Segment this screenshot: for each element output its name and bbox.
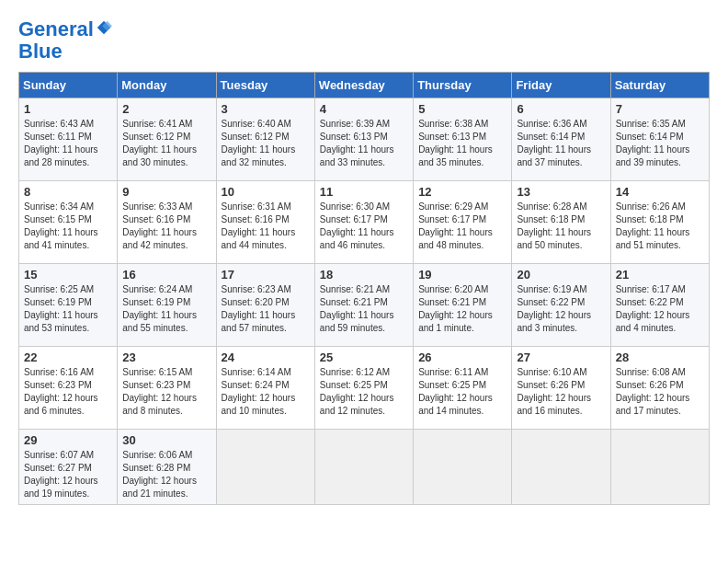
day-number: 23 <box>122 350 210 364</box>
day-number: 11 <box>320 185 408 199</box>
day-number: 18 <box>320 268 408 282</box>
day-info: Sunrise: 6:08 AMSunset: 6:26 PMDaylight:… <box>616 366 704 418</box>
day-info: Sunrise: 6:07 AMSunset: 6:27 PMDaylight:… <box>24 449 112 500</box>
day-info: Sunrise: 6:35 AMSunset: 6:14 PMDaylight:… <box>616 118 704 169</box>
day-number: 28 <box>616 350 704 364</box>
day-number: 7 <box>616 102 704 116</box>
calendar-day-cell: 29Sunrise: 6:07 AMSunset: 6:27 PMDayligh… <box>19 430 118 505</box>
calendar-day-cell: 27Sunrise: 6:10 AMSunset: 6:26 PMDayligh… <box>512 347 610 430</box>
calendar-day-cell: 11Sunrise: 6:30 AMSunset: 6:17 PMDayligh… <box>314 181 413 264</box>
calendar-header: SundayMondayTuesdayWednesdayThursdayFrid… <box>19 73 710 98</box>
day-number: 5 <box>418 102 506 116</box>
calendar-day-cell: 15Sunrise: 6:25 AMSunset: 6:19 PMDayligh… <box>19 264 118 347</box>
calendar-day-cell: 12Sunrise: 6:29 AMSunset: 6:17 PMDayligh… <box>414 181 512 264</box>
calendar-day-cell: 28Sunrise: 6:08 AMSunset: 6:26 PMDayligh… <box>610 347 709 430</box>
day-number: 27 <box>517 350 605 364</box>
calendar-day-cell: 23Sunrise: 6:15 AMSunset: 6:23 PMDayligh… <box>118 347 216 430</box>
day-info: Sunrise: 6:39 AMSunset: 6:13 PMDaylight:… <box>320 118 408 169</box>
day-number: 14 <box>616 185 704 199</box>
day-info: Sunrise: 6:26 AMSunset: 6:18 PMDaylight:… <box>616 201 704 252</box>
day-info: Sunrise: 6:21 AMSunset: 6:21 PMDaylight:… <box>320 283 408 335</box>
day-info: Sunrise: 6:43 AMSunset: 6:11 PMDaylight:… <box>24 118 112 169</box>
day-number: 22 <box>24 350 112 364</box>
day-number: 12 <box>418 185 506 199</box>
weekday-header: Monday <box>118 73 216 98</box>
day-info: Sunrise: 6:34 AMSunset: 6:15 PMDaylight:… <box>24 201 112 252</box>
weekday-header: Wednesday <box>314 73 413 98</box>
day-info: Sunrise: 6:29 AMSunset: 6:17 PMDaylight:… <box>418 201 506 252</box>
day-number: 26 <box>418 350 506 364</box>
day-number: 21 <box>616 268 704 282</box>
weekday-header: Saturday <box>610 73 709 98</box>
day-number: 9 <box>122 185 210 199</box>
calendar-day-cell: 21Sunrise: 6:17 AMSunset: 6:22 PMDayligh… <box>610 264 709 347</box>
day-number: 30 <box>122 433 210 447</box>
calendar-day-cell: 9Sunrise: 6:33 AMSunset: 6:16 PMDaylight… <box>118 181 216 264</box>
page-header: General Blue <box>18 18 710 63</box>
calendar-day-cell <box>610 430 709 505</box>
calendar-day-cell: 16Sunrise: 6:24 AMSunset: 6:19 PMDayligh… <box>118 264 216 347</box>
day-number: 8 <box>24 185 112 199</box>
weekday-header: Tuesday <box>216 73 314 98</box>
day-info: Sunrise: 6:31 AMSunset: 6:16 PMDaylight:… <box>222 201 310 252</box>
calendar-day-cell: 6Sunrise: 6:36 AMSunset: 6:14 PMDaylight… <box>512 98 610 181</box>
day-number: 13 <box>517 185 605 199</box>
day-number: 25 <box>320 350 408 364</box>
logo: General Blue <box>18 18 112 63</box>
day-info: Sunrise: 6:38 AMSunset: 6:13 PMDaylight:… <box>418 118 506 169</box>
weekday-header: Sunday <box>19 73 118 98</box>
calendar-day-cell: 25Sunrise: 6:12 AMSunset: 6:25 PMDayligh… <box>314 347 413 430</box>
calendar-week-row: 1Sunrise: 6:43 AMSunset: 6:11 PMDaylight… <box>19 98 710 181</box>
day-number: 4 <box>320 102 408 116</box>
day-info: Sunrise: 6:33 AMSunset: 6:16 PMDaylight:… <box>122 201 210 252</box>
calendar-day-cell: 17Sunrise: 6:23 AMSunset: 6:20 PMDayligh… <box>216 264 314 347</box>
calendar-week-row: 22Sunrise: 6:16 AMSunset: 6:23 PMDayligh… <box>19 347 710 430</box>
day-info: Sunrise: 6:17 AMSunset: 6:22 PMDaylight:… <box>616 283 704 335</box>
calendar-day-cell: 4Sunrise: 6:39 AMSunset: 6:13 PMDaylight… <box>314 98 413 181</box>
day-info: Sunrise: 6:19 AMSunset: 6:22 PMDaylight:… <box>517 283 605 335</box>
day-number: 19 <box>418 268 506 282</box>
calendar-day-cell: 3Sunrise: 6:40 AMSunset: 6:12 PMDaylight… <box>216 98 314 181</box>
calendar-week-row: 15Sunrise: 6:25 AMSunset: 6:19 PMDayligh… <box>19 264 710 347</box>
day-number: 1 <box>24 102 112 116</box>
calendar-day-cell: 13Sunrise: 6:28 AMSunset: 6:18 PMDayligh… <box>512 181 610 264</box>
day-info: Sunrise: 6:16 AMSunset: 6:23 PMDaylight:… <box>24 366 112 418</box>
day-number: 17 <box>222 268 310 282</box>
day-info: Sunrise: 6:10 AMSunset: 6:26 PMDaylight:… <box>517 366 605 418</box>
day-info: Sunrise: 6:40 AMSunset: 6:12 PMDaylight:… <box>222 118 310 169</box>
day-number: 3 <box>222 102 310 116</box>
calendar-day-cell: 7Sunrise: 6:35 AMSunset: 6:14 PMDaylight… <box>610 98 709 181</box>
calendar-day-cell <box>314 430 413 505</box>
day-info: Sunrise: 6:41 AMSunset: 6:12 PMDaylight:… <box>122 118 210 169</box>
calendar-day-cell: 2Sunrise: 6:41 AMSunset: 6:12 PMDaylight… <box>118 98 216 181</box>
day-number: 15 <box>24 268 112 282</box>
logo-text: General Blue <box>18 18 112 63</box>
day-info: Sunrise: 6:28 AMSunset: 6:18 PMDaylight:… <box>517 201 605 252</box>
day-info: Sunrise: 6:12 AMSunset: 6:25 PMDaylight:… <box>320 366 408 418</box>
calendar-day-cell: 5Sunrise: 6:38 AMSunset: 6:13 PMDaylight… <box>414 98 512 181</box>
calendar-day-cell: 8Sunrise: 6:34 AMSunset: 6:15 PMDaylight… <box>19 181 118 264</box>
day-number: 20 <box>517 268 605 282</box>
calendar-day-cell: 14Sunrise: 6:26 AMSunset: 6:18 PMDayligh… <box>610 181 709 264</box>
calendar-week-row: 29Sunrise: 6:07 AMSunset: 6:27 PMDayligh… <box>19 430 710 505</box>
day-info: Sunrise: 6:14 AMSunset: 6:24 PMDaylight:… <box>222 366 310 418</box>
day-number: 2 <box>122 102 210 116</box>
calendar-day-cell <box>512 430 610 505</box>
day-info: Sunrise: 6:36 AMSunset: 6:14 PMDaylight:… <box>517 118 605 169</box>
calendar-day-cell: 19Sunrise: 6:20 AMSunset: 6:21 PMDayligh… <box>414 264 512 347</box>
day-number: 24 <box>222 350 310 364</box>
calendar-day-cell: 26Sunrise: 6:11 AMSunset: 6:25 PMDayligh… <box>414 347 512 430</box>
day-number: 10 <box>222 185 310 199</box>
day-number: 16 <box>122 268 210 282</box>
calendar-day-cell: 22Sunrise: 6:16 AMSunset: 6:23 PMDayligh… <box>19 347 118 430</box>
calendar-table: SundayMondayTuesdayWednesdayThursdayFrid… <box>18 72 710 505</box>
day-info: Sunrise: 6:30 AMSunset: 6:17 PMDaylight:… <box>320 201 408 252</box>
calendar-day-cell: 30Sunrise: 6:06 AMSunset: 6:28 PMDayligh… <box>118 430 216 505</box>
day-info: Sunrise: 6:15 AMSunset: 6:23 PMDaylight:… <box>122 366 210 418</box>
weekday-header: Thursday <box>414 73 512 98</box>
logo-icon <box>96 19 112 36</box>
day-info: Sunrise: 6:20 AMSunset: 6:21 PMDaylight:… <box>418 283 506 335</box>
calendar-day-cell: 24Sunrise: 6:14 AMSunset: 6:24 PMDayligh… <box>216 347 314 430</box>
weekday-header: Friday <box>512 73 610 98</box>
day-info: Sunrise: 6:25 AMSunset: 6:19 PMDaylight:… <box>24 283 112 335</box>
